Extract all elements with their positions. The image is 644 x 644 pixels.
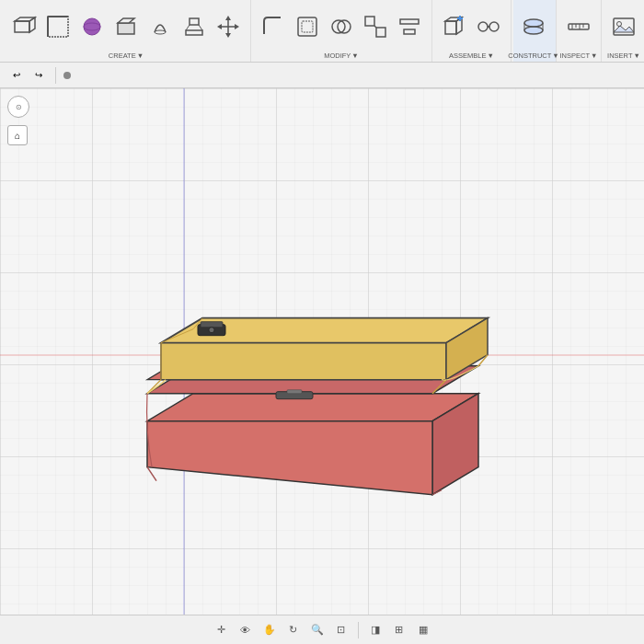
display-mode-bottom-icon[interactable]: ◨ xyxy=(365,620,385,640)
svg-rect-30 xyxy=(445,21,456,34)
svg-rect-12 xyxy=(186,30,202,35)
zoom-bottom-icon[interactable]: 🔍 xyxy=(307,620,328,640)
secondary-toolbar: ↩ ↪ xyxy=(0,63,644,88)
undo-button[interactable]: ↩ xyxy=(7,66,26,85)
svg-point-38 xyxy=(524,27,543,34)
sphere-tool-icon[interactable] xyxy=(75,4,109,50)
create-section-label[interactable]: CREATE ▼ xyxy=(109,52,144,60)
svg-marker-17 xyxy=(225,16,231,20)
main-toolbar: CREATE ▼ xyxy=(0,0,644,63)
loft-icon[interactable] xyxy=(178,4,211,50)
svg-rect-0 xyxy=(15,21,29,32)
extrude-tool-icon[interactable] xyxy=(109,4,143,50)
view-cube-button[interactable]: ⊙ xyxy=(7,96,29,118)
new-component-tool-icon[interactable] xyxy=(438,4,471,50)
svg-rect-29 xyxy=(404,29,415,34)
insert-section-label[interactable]: INSERT ▼ xyxy=(607,52,640,60)
svg-line-27 xyxy=(374,26,376,28)
svg-line-13 xyxy=(186,25,190,30)
grid-bottom-icon[interactable]: ⊞ xyxy=(389,620,409,640)
shell-tool-icon[interactable] xyxy=(291,4,324,50)
svg-marker-49 xyxy=(614,26,634,32)
toolbar-section-modify: MODIFY ▼ xyxy=(253,0,432,62)
svg-line-68 xyxy=(147,467,156,481)
svg-rect-11 xyxy=(190,18,199,25)
svg-marker-19 xyxy=(217,24,222,29)
svg-point-72 xyxy=(209,328,214,333)
fit-bottom-icon[interactable]: ⊡ xyxy=(331,620,351,640)
measure-tool-icon[interactable] xyxy=(562,4,595,50)
svg-line-14 xyxy=(199,25,202,30)
svg-point-48 xyxy=(617,22,622,27)
svg-point-6 xyxy=(84,18,100,35)
orbit-bottom-icon[interactable]: ↻ xyxy=(283,620,304,640)
modify-section-label[interactable]: MODIFY ▼ xyxy=(324,52,359,60)
move-icon2[interactable] xyxy=(212,4,245,50)
svg-rect-3 xyxy=(48,17,68,37)
svg-rect-22 xyxy=(302,21,313,32)
construct-section-label[interactable]: CONSTRUCT ▼ xyxy=(508,52,559,60)
svg-rect-25 xyxy=(365,17,374,26)
svg-point-35 xyxy=(478,22,488,31)
sketch-rect-icon[interactable] xyxy=(41,4,75,50)
toolbar-section-inspect: INSPECT ▼ xyxy=(558,0,602,62)
svg-rect-71 xyxy=(201,322,223,328)
bottom-toolbar: ✛ 👁 ✋ ↻ 🔍 ⊡ ◨ ⊞ ▦ xyxy=(0,615,644,644)
move-bottom-icon[interactable]: ✛ xyxy=(212,620,232,640)
perspective-bottom-icon[interactable]: ▦ xyxy=(413,620,433,640)
svg-marker-2 xyxy=(29,17,35,32)
revolve-icon[interactable] xyxy=(144,4,177,50)
svg-rect-26 xyxy=(376,28,385,37)
svg-point-39 xyxy=(524,19,543,27)
svg-marker-20 xyxy=(235,24,239,29)
svg-rect-8 xyxy=(118,23,134,34)
pan-bottom-icon[interactable]: ✋ xyxy=(259,620,280,640)
svg-point-36 xyxy=(489,22,499,31)
toolbar-section-insert: INSERT ▼ xyxy=(604,0,644,62)
offset-plane-tool-icon[interactable] xyxy=(517,4,550,50)
box-svg xyxy=(92,182,552,532)
inspect-section-label[interactable]: INSPECT ▼ xyxy=(560,52,598,60)
svg-rect-21 xyxy=(298,17,316,36)
3d-model xyxy=(92,182,552,535)
svg-point-10 xyxy=(155,30,166,34)
joint-tool-icon[interactable] xyxy=(472,4,505,50)
dot-indicator xyxy=(63,72,71,79)
svg-rect-28 xyxy=(400,19,419,24)
toolbar-section-assemble: ASSEMBLE ▼ xyxy=(434,0,512,62)
home-button[interactable]: ⌂ xyxy=(7,125,28,145)
toolbar-section-construct: CONSTRUCT ▼ xyxy=(513,0,557,62)
align-icon[interactable] xyxy=(393,4,426,50)
svg-marker-60 xyxy=(161,343,446,380)
insert-image-icon[interactable] xyxy=(607,4,640,50)
svg-marker-57 xyxy=(147,421,432,495)
assemble-section-label[interactable]: ASSEMBLE ▼ xyxy=(449,52,494,60)
svg-rect-74 xyxy=(287,390,302,394)
toolbar-section-create: CREATE ▼ xyxy=(4,0,251,62)
3d-viewport[interactable]: ⊙ ⌂ xyxy=(0,88,644,615)
camera-bottom-icon[interactable]: 👁 xyxy=(236,620,256,640)
box-tool-icon[interactable] xyxy=(7,4,40,50)
fillet-tool-icon[interactable] xyxy=(257,4,290,50)
scale-tool-icon[interactable] xyxy=(359,4,392,50)
svg-marker-18 xyxy=(225,33,231,38)
svg-rect-42 xyxy=(569,24,589,29)
redo-button[interactable]: ↪ xyxy=(29,66,48,85)
combine-tool-icon[interactable] xyxy=(325,4,358,50)
